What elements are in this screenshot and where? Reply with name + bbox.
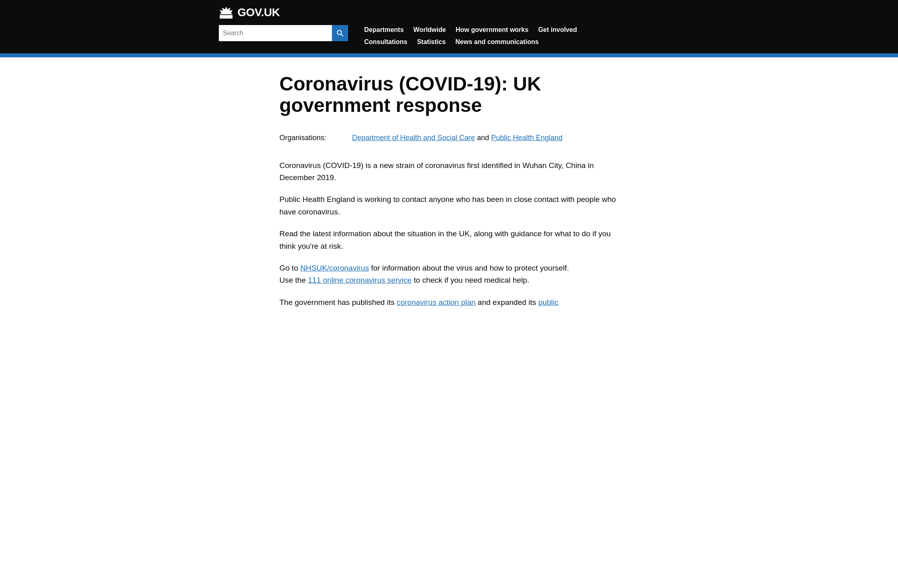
nav-link-news-communications[interactable]: News and communications — [455, 37, 539, 47]
search-button[interactable] — [332, 25, 348, 41]
nhs-para-after: to check if you need medical help. — [411, 276, 529, 284]
paragraph-3: Read the latest information about the si… — [279, 228, 619, 252]
organisations-row: Organisations: Department of Health and … — [279, 132, 619, 143]
svg-line-2 — [341, 34, 343, 36]
main-nav: Departments Worldwide How government wor… — [364, 25, 679, 49]
paragraph-1: Coronavirus (COVID-19) is a new strain o… — [279, 160, 619, 184]
nav-link-statistics[interactable]: Statistics — [417, 37, 446, 47]
nav-row-1: Departments Worldwide How government wor… — [364, 25, 679, 35]
nav-link-get-involved[interactable]: Get involved — [538, 25, 577, 35]
public-health-england-link[interactable]: Public Health England — [491, 134, 562, 142]
paragraph-2: Public Health England is working to cont… — [279, 193, 619, 218]
svg-rect-0 — [220, 15, 233, 19]
gov-uk-wordmark: GOV.UK — [237, 4, 280, 21]
action-plan-between: and expanded its — [476, 298, 538, 307]
nav-link-worldwide[interactable]: Worldwide — [413, 25, 446, 35]
dept-health-link[interactable]: Department of Health and Social Care — [352, 134, 475, 142]
main-content: Coronavirus (COVID-19): UK government re… — [267, 57, 631, 342]
nav-link-departments[interactable]: Departments — [364, 25, 404, 35]
nhs-link[interactable]: NHSUK/coronavirus — [300, 264, 369, 272]
nav-row-2: Consultations Statistics News and commun… — [364, 37, 679, 47]
nhs-paragraph: Go to NHSUK/coronavirus for information … — [279, 262, 619, 287]
search-icon — [336, 29, 344, 37]
page-title: Coronavirus (COVID-19): UK government re… — [279, 74, 619, 116]
organisations-label: Organisations: — [279, 132, 344, 143]
search-form — [219, 25, 348, 41]
organisations-links: Department of Health and Social Care and… — [352, 132, 562, 143]
nav-link-consultations[interactable]: Consultations — [364, 37, 407, 47]
public-link[interactable]: public — [538, 298, 558, 307]
gov-uk-logo[interactable]: GOV.UK — [219, 4, 280, 21]
nhs-para-before: Go to — [279, 264, 300, 272]
action-plan-paragraph: The government has published its coronav… — [279, 296, 619, 309]
crown-icon — [219, 6, 233, 19]
blue-bar — [0, 53, 898, 57]
action-plan-before: The government has published its — [279, 298, 397, 307]
organisations-conjunction: and — [475, 134, 491, 142]
nav-link-how-government-works[interactable]: How government works — [455, 25, 528, 35]
search-input[interactable] — [219, 25, 332, 41]
action-plan-link[interactable]: coronavirus action plan — [397, 298, 475, 307]
nhs-111-link[interactable]: 111 online coronavirus service — [308, 276, 412, 284]
site-header: GOV.UK Departments Worldwide How governm… — [0, 0, 898, 53]
